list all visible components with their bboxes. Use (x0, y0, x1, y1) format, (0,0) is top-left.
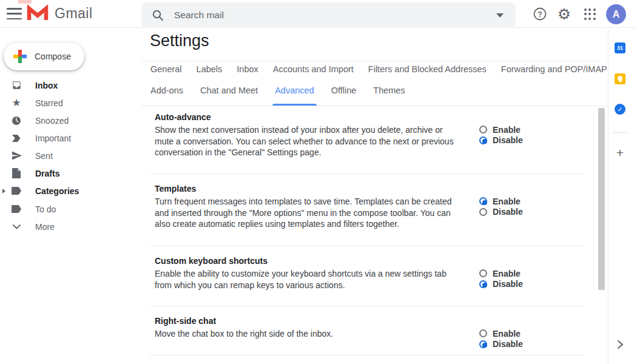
side-panel-divider (608, 28, 608, 364)
sidebar-item-label: Categories (35, 186, 79, 196)
enable-radio[interactable] (479, 269, 487, 277)
enable-radio[interactable] (479, 197, 487, 205)
disable-label: Disable (493, 339, 523, 349)
compose-plus-icon (13, 50, 27, 63)
setting-section-auto-advance: Auto-advance Show the next conversation … (155, 112, 607, 158)
enable-option[interactable]: Enable (479, 268, 523, 279)
sidebar-item-important[interactable]: Important (0, 129, 136, 147)
gmail-logo[interactable]: Gmail (25, 4, 93, 22)
tabs-divider (141, 106, 608, 106)
disable-option[interactable]: Disable (479, 339, 523, 350)
enable-radio[interactable] (479, 126, 487, 133)
enable-option[interactable]: Enable (479, 328, 523, 339)
disable-radio[interactable] (479, 136, 487, 144)
compose-button[interactable]: Compose (4, 42, 84, 70)
setting-section-custom-keyboard-shortcuts: Custom keyboard shortcuts Enable the abi… (155, 256, 607, 291)
sidebar-item-more[interactable]: More (0, 218, 136, 235)
tab-inbox[interactable]: Inbox (236, 64, 258, 83)
tag-icon (10, 205, 22, 213)
section-divider (150, 246, 585, 246)
enable-disable-radio-group: Enable Disable (479, 196, 523, 217)
search-options-arrow-icon[interactable] (496, 13, 504, 18)
svg-text:?: ? (538, 10, 542, 19)
tab-accounts-and-import[interactable]: Accounts and Import (272, 64, 354, 83)
tab-themes[interactable]: Themes (372, 86, 405, 106)
tab-filters-and-blocked-addresses[interactable]: Filters and Blocked Addresses (368, 64, 487, 83)
page-title: Settings (150, 32, 209, 50)
tab-add-ons[interactable]: Add-ons (150, 86, 184, 106)
star-icon: ★ (10, 98, 22, 108)
enable-disable-radio-group: Enable Disable (479, 328, 523, 349)
side-panel-collapse-chevron-icon[interactable] (615, 339, 625, 353)
disable-option[interactable]: Disable (479, 135, 523, 146)
inbox-icon (10, 80, 22, 90)
disable-label: Disable (493, 135, 523, 145)
search-input[interactable]: Search mail (174, 10, 496, 21)
search-bar[interactable]: Search mail (141, 2, 516, 28)
setting-description: Turn frequent messages into templates to… (155, 196, 458, 230)
sidebar-item-drafts[interactable]: Drafts (0, 164, 136, 182)
get-add-ons-plus-icon[interactable]: + (614, 147, 626, 159)
enable-label: Enable (493, 197, 521, 206)
enable-option[interactable]: Enable (479, 124, 523, 135)
section-divider (150, 355, 585, 356)
google-tasks-icon[interactable]: ✓ (615, 104, 625, 115)
section-divider (150, 306, 585, 306)
sidebar-item-label: More (35, 222, 55, 232)
sidebar-item-starred[interactable]: ★ Starred (0, 94, 136, 112)
disable-radio[interactable] (479, 280, 487, 288)
tab-advanced[interactable]: Advanced (274, 86, 315, 106)
disable-option[interactable]: Disable (479, 279, 523, 290)
enable-radio[interactable] (479, 329, 487, 337)
top-bar: Gmail Search mail ? ⚙ A (0, 0, 637, 28)
sidebar-item-inbox[interactable]: Inbox (0, 76, 136, 94)
setting-title: Custom keyboard shortcuts (155, 256, 607, 266)
enable-label: Enable (493, 125, 521, 135)
sidebar-item-label: Important (35, 133, 71, 143)
settings-gear-icon[interactable]: ⚙ (556, 5, 573, 22)
expand-arrow-icon[interactable] (2, 189, 5, 194)
search-icon[interactable] (141, 9, 174, 21)
disable-radio[interactable] (479, 340, 487, 348)
tab-labels[interactable]: Labels (196, 64, 223, 83)
divider (141, 61, 598, 61)
disable-radio[interactable] (479, 208, 487, 216)
google-calendar-icon[interactable]: 31 (615, 42, 625, 53)
enable-disable-radio-group: Enable Disable (479, 268, 523, 289)
compose-label: Compose (35, 52, 71, 61)
setting-section-templates: Templates Turn frequent messages into te… (155, 184, 607, 230)
sidebar-item-sent[interactable]: Sent (0, 147, 136, 164)
setting-description: Enable the ability to customize your key… (155, 268, 458, 291)
disable-option[interactable]: Disable (479, 207, 523, 218)
hamburger-menu-icon[interactable] (7, 8, 22, 19)
google-keep-icon[interactable] (615, 73, 625, 84)
setting-description: Move the chat box to the right side of t… (155, 328, 458, 340)
tab-offline[interactable]: Offline (331, 86, 357, 106)
settings-tabs-row-1: General Labels Inbox Accounts and Import… (150, 64, 608, 83)
gmail-m-icon (25, 4, 50, 22)
enable-label: Enable (493, 329, 521, 339)
enable-disable-radio-group: Enable Disable (479, 124, 523, 146)
chevron-down-icon (10, 224, 22, 229)
enable-label: Enable (493, 269, 521, 278)
sidebar-item-categories[interactable]: Categories (0, 182, 136, 200)
tab-forwarding-and-pop-imap[interactable]: Forwarding and POP/IMAP (500, 64, 608, 83)
vertical-scrollbar[interactable] (598, 108, 605, 290)
google-apps-grid-icon[interactable] (581, 5, 598, 22)
tab-chat-and-meet[interactable]: Chat and Meet (200, 86, 258, 106)
gmail-wordmark: Gmail (55, 5, 93, 22)
send-icon (10, 151, 22, 160)
sidebar-item-todo[interactable]: To do (0, 200, 136, 218)
sidebar-item-label: Inbox (35, 81, 58, 90)
account-avatar[interactable]: A (606, 4, 626, 24)
disable-label: Disable (493, 207, 523, 217)
sidebar-item-label: Starred (35, 98, 63, 108)
sidebar-item-label: Drafts (35, 169, 59, 178)
draft-file-icon (10, 168, 22, 178)
tab-general[interactable]: General (150, 64, 183, 83)
sidebar-item-label: Snoozed (35, 116, 69, 126)
sidebar-item-snoozed[interactable]: Snoozed (0, 112, 136, 129)
enable-option[interactable]: Enable (479, 196, 523, 207)
help-icon[interactable]: ? (531, 5, 548, 22)
settings-tabs-row-2: Add-ons Chat and Meet Advanced Offline T… (150, 86, 406, 106)
